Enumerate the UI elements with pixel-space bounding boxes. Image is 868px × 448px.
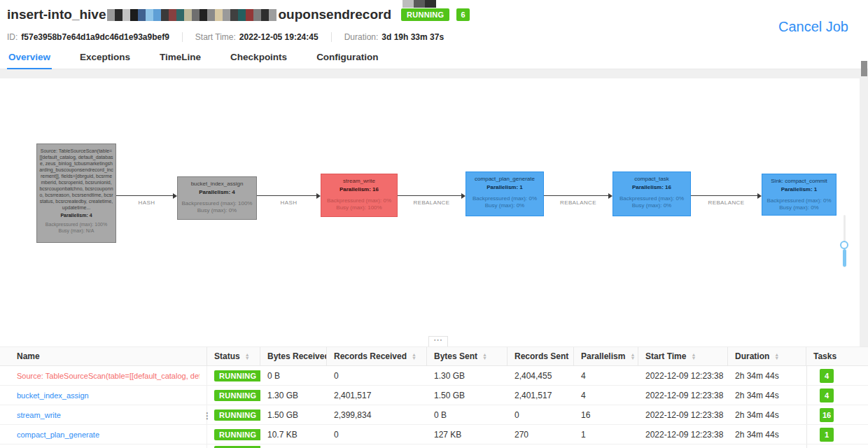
node-title: Sink: compact_commit	[764, 178, 834, 185]
cell-records_received	[327, 444, 427, 448]
censor-pixel	[253, 9, 261, 21]
cell-bytes_sent: 1.50 GB	[427, 386, 507, 405]
node-backpressured: Backpressured (max): 0%	[764, 197, 834, 204]
censor-pixel	[130, 9, 138, 21]
censor-pixel	[153, 9, 161, 21]
censor-pixel	[200, 9, 207, 21]
column-header-records-received[interactable]: Records Received▲▼	[327, 347, 427, 365]
column-header-label: Status	[214, 351, 240, 361]
scrollbar-thumb[interactable]	[861, 61, 867, 76]
tab-timeline[interactable]: TimeLine	[158, 49, 202, 69]
node-metrics: Backpressured (max): 0%Busy (max): 0%	[764, 197, 834, 211]
column-header-status[interactable]: Status▲▼	[207, 347, 260, 365]
graph-edge-arrowhead-icon	[757, 193, 762, 199]
vertex-name-link[interactable]: bucket_index_assign	[17, 391, 89, 400]
status-badge: RUNNING	[401, 8, 449, 21]
sort-icon[interactable]: ▲▼	[774, 353, 779, 360]
sort-icon[interactable]: ▲▼	[630, 353, 635, 360]
cell-records_sent: 2,401,517	[507, 386, 574, 405]
censor-pixel	[169, 9, 176, 21]
tab-exceptions[interactable]: Exceptions	[78, 49, 132, 69]
node-busy: Busy (max): 0%	[468, 202, 541, 209]
sort-down-caret-icon: ▼	[412, 356, 416, 360]
node-parallelism: Parallelism: 16	[615, 184, 688, 191]
tab-checkpoints[interactable]: Checkpoints	[229, 49, 288, 69]
cell-status: RUNNING	[207, 386, 260, 405]
sort-icon[interactable]: ▲▼	[412, 353, 416, 360]
column-header-label: Start Time	[645, 351, 686, 361]
graph-node-compact-task[interactable]: compact_taskParallelism: 16Backpressured…	[612, 172, 691, 216]
sort-icon[interactable]: ▲▼	[691, 353, 696, 360]
column-header-records-sent[interactable]: Records Sent▲▼	[507, 347, 574, 365]
column-header-label: Bytes Received	[267, 351, 327, 361]
cell-bytes_sent: 127 KB	[427, 425, 507, 444]
table-row: Source: TableSourceScan(table=[[default_…	[0, 366, 868, 386]
job-graph-canvas[interactable]: Source: TableSourceScan(table=[[default_…	[0, 78, 860, 346]
divider	[331, 32, 332, 42]
duration-value: 3d 19h 33m 37s	[382, 32, 444, 42]
censor-pixel	[230, 9, 238, 21]
table-row: bucket_index_assignRUNNING1.30 GB2,401,5…	[0, 386, 868, 405]
graph-node-sink-compact-commit[interactable]: Sink: compact_commitParallelism: 1Backpr…	[762, 174, 836, 216]
graph-node-compact-plan-generate[interactable]: compact_plan_generateParallelism: 1Backp…	[465, 172, 544, 216]
column-header-label: Records Received	[334, 351, 407, 361]
node-parallelism: Parallelism: 4	[180, 189, 254, 196]
graph-edge-label: HASH	[257, 200, 321, 206]
column-header-bytes-sent[interactable]: Bytes Sent▲▼	[427, 347, 507, 365]
sort-icon[interactable]: ▲▼	[482, 353, 487, 360]
graph-node-bucket-index-assign[interactable]: bucket_index_assignParallelism: 4Backpre…	[177, 176, 257, 220]
column-header-duration[interactable]: Duration▲▼	[728, 347, 806, 365]
cancel-job-button[interactable]: Cancel Job	[778, 19, 848, 35]
graph-edge-arrowhead-icon	[461, 193, 465, 199]
table-header-row: NameStatus▲▼Bytes Received▲▼Records Rece…	[0, 346, 868, 366]
graph-zoom-slider-handle[interactable]	[840, 241, 848, 249]
column-header-start-time[interactable]: Start Time▲▼	[638, 347, 728, 365]
job-graph-area: Source: TableSourceScan(table=[[default_…	[0, 69, 868, 346]
cell-parallelism: 4	[574, 386, 638, 405]
sort-icon[interactable]: ▲▼	[245, 353, 250, 360]
graph-node-stream-write[interactable]: stream_writeParallelism: 16Backpressured…	[321, 174, 398, 217]
cell-parallelism	[574, 444, 638, 448]
node-title: stream_write	[323, 178, 395, 185]
cell-bytes_received: 0 B	[260, 366, 327, 385]
column-resize-handle[interactable]: ⋮	[203, 414, 211, 418]
column-header-label: Name	[17, 351, 40, 361]
censor-pixel	[223, 9, 230, 21]
cell-status: RUNNING	[207, 444, 260, 448]
cell-tasks: 4	[806, 366, 868, 385]
node-metrics: Backpressured (max): 100%Busy (max): 0%	[180, 200, 254, 214]
graph-edge-arrowhead-icon	[173, 193, 177, 199]
cell-records_sent: 0	[507, 405, 574, 424]
duration-label: Duration:	[344, 32, 379, 42]
vertex-name-link[interactable]: compact_plan_generate	[17, 430, 99, 439]
sort-down-caret-icon: ▼	[630, 356, 635, 360]
graph-edge-label: REBALANCE	[398, 200, 465, 206]
tasks-count-badge: 1	[820, 428, 834, 442]
column-header-bytes-received[interactable]: Bytes Received▲▼	[260, 347, 327, 365]
node-metrics: Backpressured (max): 100%Busy (max): N/A	[39, 221, 113, 234]
node-busy: Busy (max): 0%	[615, 202, 688, 209]
cell-tasks: 1	[806, 425, 868, 444]
vertex-name-link[interactable]: stream_write	[17, 411, 61, 419]
column-header-tasks: Tasks	[806, 347, 868, 365]
cell-start_time: 2022-12-09 12:23:38	[638, 425, 728, 444]
vertex-name-link[interactable]: Source: TableSourceScan(table=[[default_…	[17, 372, 200, 380]
graph-node-source-tablesourcescan[interactable]: Source: TableSourceScan(table=[[default_…	[36, 144, 116, 243]
tab-overview[interactable]: Overview	[7, 49, 52, 69]
tab-configuration[interactable]: Configuration	[315, 49, 379, 69]
cell-duration: 2h 34m 44s	[728, 386, 806, 405]
table-row-partial: RUNNING	[0, 444, 868, 448]
panel-resize-more-handle[interactable]: ⋯	[428, 336, 448, 346]
cell-status: RUNNING	[207, 425, 260, 444]
sort-down-caret-icon: ▼	[774, 356, 779, 360]
row-status-badge: RUNNING	[214, 429, 260, 440]
censored-title-pixels-overflow	[402, 0, 436, 8]
graph-edge-arrowhead-icon	[608, 193, 612, 199]
column-header-parallelism[interactable]: Parallelism▲▼	[574, 347, 638, 365]
job-meta: ID: f57e3958b7e64d1a9dc46d1e93a9bef9 Sta…	[7, 32, 444, 42]
table-row: compact_plan_generateRUNNING10.7 KB0127 …	[0, 425, 868, 444]
column-header-label: Records Sent	[514, 351, 568, 361]
node-backpressured: Backpressured (max): 0%	[323, 197, 395, 204]
cell-start_time	[638, 444, 728, 448]
job-id-label: ID:	[7, 32, 18, 42]
